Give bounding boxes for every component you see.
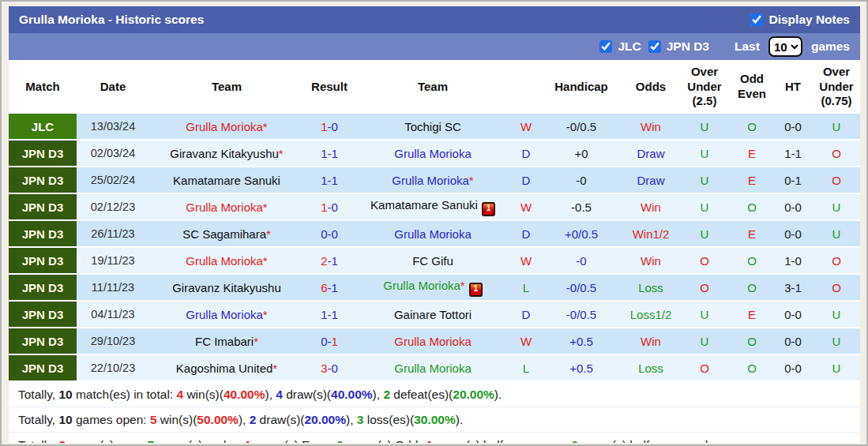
league-cell: JPN D3: [9, 301, 77, 328]
date-cell: 29/10/23: [77, 328, 149, 354]
filter-jpnd3-label: JPN D3: [667, 39, 709, 54]
display-notes-checkbox[interactable]: [750, 13, 763, 26]
date-cell: 13/03/24: [77, 114, 149, 140]
league-cell: JPN D3: [9, 140, 77, 167]
result-letter-cell: W: [511, 247, 541, 274]
over-under-0-75-cell: O: [811, 247, 860, 274]
result-letter-cell: D: [511, 220, 541, 247]
summary-segment: 10: [58, 388, 72, 401]
summary-segment: game(s) half-game under: [578, 438, 719, 443]
summary-segment: 6: [571, 438, 578, 443]
odds-cell: Win: [622, 328, 680, 354]
odd-even-cell: O: [729, 114, 775, 140]
header-row: MatchDateTeamResultTeamHandicapOddsOver …: [9, 60, 860, 114]
away-team-cell: Grulla Morioka: [355, 328, 511, 354]
asterisk-mark: *: [279, 147, 284, 160]
column-header: Over Under (2.5): [680, 60, 729, 114]
summary-line: Totally, 10 games open: 5 win(s)(50.00%)…: [9, 407, 860, 432]
column-header: Over Under (0.75): [811, 60, 860, 114]
summary-segment: Totally,: [18, 388, 58, 401]
home-team-cell: FC Imabari*: [149, 328, 304, 354]
team-name: Giravanz Kitakyushu: [170, 147, 279, 160]
away-score: 0: [332, 227, 338, 241]
away-score: 1: [332, 308, 338, 321]
over-under-0-75-cell: U: [811, 354, 860, 381]
team-name: Grulla Morioka: [186, 254, 263, 268]
league-cell: JPN D3: [9, 247, 77, 274]
team-name: FC Gifu: [412, 254, 453, 268]
home-score: 1: [321, 174, 327, 187]
home-team-cell: Giravanz Kitakyushu: [149, 274, 304, 301]
odd-even-cell: E: [729, 220, 775, 247]
score-cell: 3-0: [304, 354, 355, 381]
odds-cell: Draw: [622, 140, 680, 167]
display-notes-group: Display Notes: [750, 13, 850, 27]
games-count-select[interactable]: 10: [768, 36, 802, 57]
team-name: Kamatamare Sanuki: [370, 198, 478, 212]
summary-segment: ),: [346, 413, 357, 426]
summary-segment: ).: [494, 388, 502, 401]
summary-segment: 2: [383, 388, 390, 401]
odds-cell: Win: [622, 114, 680, 140]
ht-score-cell: 0-0: [775, 220, 811, 247]
odds-cell: Win: [622, 193, 680, 220]
asterisk-mark: *: [254, 335, 258, 348]
team-name: Grulla Morioka: [186, 308, 263, 321]
odds-cell: Loss: [622, 274, 680, 301]
over-under-0-75-cell: U: [811, 220, 860, 247]
ht-score-cell: 0-0: [775, 114, 811, 140]
filter-jpnd3-checkbox[interactable]: [648, 40, 661, 53]
away-score: 1: [332, 281, 338, 294]
summary-segment: game(s) under,: [154, 438, 243, 443]
ht-score-cell: 0-0: [775, 354, 811, 381]
home-score: 1: [321, 201, 327, 214]
team-name: FC Imabari: [195, 335, 254, 348]
league-cell: JLC: [9, 114, 77, 140]
summary-segment: 5: [150, 413, 157, 426]
summary-segment: 4: [176, 388, 183, 401]
away-score: 0: [332, 201, 338, 214]
league-cell: JPN D3: [9, 354, 77, 381]
team-name: Grulla Morioka: [186, 120, 263, 133]
result-letter-cell: W: [511, 193, 541, 220]
score-cell: 6-1: [304, 274, 355, 301]
asterisk-mark: *: [263, 120, 268, 133]
league-cell: JPN D3: [9, 193, 77, 220]
league-cell: JPN D3: [9, 328, 77, 354]
ht-score-cell: 1-0: [775, 247, 811, 274]
summary-segment: loss(es)(: [363, 413, 414, 426]
summary-segment: 30.00%: [414, 413, 456, 426]
ht-score-cell: 0-0: [775, 193, 811, 220]
title-bar: Grulla Morioka - Historic scores Display…: [9, 6, 860, 33]
summary-segment: Totally,: [18, 413, 58, 426]
over-under-2-5-cell: U: [680, 140, 729, 167]
display-notes-label: Display Notes: [768, 13, 850, 27]
date-cell: 02/12/23: [77, 193, 149, 220]
home-score: 0: [321, 227, 327, 241]
filter-jlc-checkbox[interactable]: [599, 40, 612, 53]
score-cell: 1-0: [304, 114, 355, 140]
odd-even-cell: E: [729, 140, 775, 167]
home-team-cell: Grulla Morioka*: [149, 193, 304, 220]
matches-body: JLC13/03/24Grulla Morioka*1-0Tochigi SCW…: [9, 114, 860, 381]
over-under-2-5-cell: U: [680, 193, 729, 220]
filter-jpnd3-group: JPN D3: [648, 39, 709, 54]
column-header: Result: [304, 60, 355, 114]
summary-segment: 7: [147, 438, 154, 443]
widget-frame: Grulla Morioka - Historic scores Display…: [0, 0, 868, 446]
column-header: Team: [149, 60, 304, 114]
asterisk-mark: *: [263, 308, 268, 321]
handicap-cell: +0: [541, 140, 622, 167]
column-header: Odd Even: [729, 60, 775, 114]
league-cell: JPN D3: [9, 167, 77, 193]
away-team-cell: Gainare Tottori: [355, 301, 511, 328]
away-team-cell: Grulla Morioka*1: [355, 274, 511, 301]
odd-even-cell: O: [729, 193, 775, 220]
odd-even-cell: O: [729, 328, 775, 354]
summary-segment: ),: [373, 388, 384, 401]
odd-even-cell: E: [729, 167, 775, 193]
score-cell: 2-1: [304, 247, 355, 274]
handicap-cell: -0/0.5: [541, 301, 622, 328]
league-cell: JPN D3: [9, 220, 77, 247]
result-letter-cell: D: [511, 140, 541, 167]
